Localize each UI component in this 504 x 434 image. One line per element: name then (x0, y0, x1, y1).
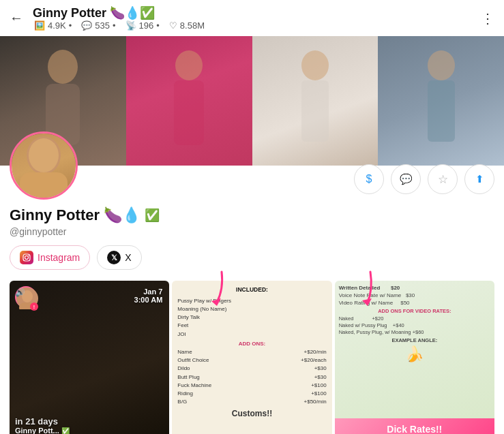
days-text: in 21 days (15, 416, 164, 427)
date-text: Jan 7 (143, 288, 162, 296)
comments-icon: 💬 (81, 20, 92, 31)
message-icon: 💬 (400, 173, 413, 185)
post-bottom: in 21 days Ginny Pott... ✅ (15, 416, 164, 434)
following-icon: 📡 (125, 20, 136, 31)
post-3-content: Written Detailed $20 Voice Note Rate w/ … (335, 281, 494, 434)
cta-text: Dick Rates!! (387, 424, 442, 434)
title-emojis: 🍆💧✅ (110, 5, 155, 20)
post-date: Jan 7 3:00 AM (134, 288, 163, 304)
addon-name: Name+$20/min (177, 348, 326, 356)
svg-point-9 (29, 138, 59, 172)
likes-count: 8.58M (180, 20, 205, 31)
item-moaning: Moaning (No Name) (177, 305, 326, 313)
share-icon: ⬆ (475, 173, 484, 185)
title-text: Ginny Potter (33, 6, 106, 20)
photos-icon: 🖼️ (34, 20, 45, 31)
handle-text: @ginnypotter (10, 226, 66, 237)
svg-point-13 (28, 255, 29, 256)
verified-badge: ✅ (145, 208, 160, 223)
photos-stat: 🖼️ 4.9K • (34, 20, 72, 31)
svg-point-0 (48, 50, 78, 84)
dick-rates-cta: Dick Rates!! (335, 418, 494, 434)
item-dirty: Dirty Talk (177, 313, 326, 321)
rate-video: Video Rating w/ Name $50 (339, 300, 490, 306)
addon-outfit: Outfit Choice+$20/each (177, 356, 326, 364)
dot-sep: • (69, 20, 72, 31)
stats-row: 🖼️ 4.9K • 💬 535 • 📡 196 • ♡ 8.58M (34, 20, 474, 31)
time-text: 3:00 AM (134, 296, 163, 304)
example-angle-title: EXAMPLE ANGLE: (339, 337, 490, 343)
x-link[interactable]: 𝕏 X (97, 245, 141, 270)
instagram-label: Instagram (38, 252, 80, 263)
dot-sep2: • (113, 20, 116, 31)
following-stat: 📡 196 • (125, 20, 160, 31)
comments-count: 535 (95, 20, 110, 31)
svg-rect-10 (20, 172, 68, 200)
instagram-icon (20, 251, 33, 264)
post2-heading: INCLUDED: (177, 286, 326, 294)
page-title: Ginny Potter 🍆💧✅ (33, 5, 474, 20)
name-text: Ginny Potter (10, 206, 100, 224)
addon-riding: Riding+$100 (177, 390, 326, 397)
top-bar: ← Ginny Potter 🍆💧✅ 🖼️ 4.9K • 💬 535 • 📡 1… (0, 0, 504, 36)
item-joi: JOI (177, 330, 326, 338)
back-button[interactable]: ← (10, 10, 23, 26)
audio-icon: 🔊 (15, 288, 25, 297)
likes-icon: ♡ (169, 20, 177, 31)
avatar (10, 131, 78, 200)
action-buttons: $ 💬 ☆ ⬆ (354, 164, 494, 194)
post-2[interactable]: INCLUDED: Pussy Play w/ Fingers Moaning … (172, 281, 331, 434)
profile-name: Ginny Potter 🍆💧 ✅ (10, 206, 494, 224)
addons-video-title: ADD ONS FOR VIDEO RATES: (339, 308, 490, 314)
addon-bg: B/G+$50/min (177, 398, 326, 405)
social-links: Instagram 𝕏 X (10, 245, 494, 270)
more-options-button[interactable]: ⋮ (481, 10, 494, 27)
rates-header: Written Detailed $20 (339, 285, 490, 291)
favorite-button[interactable]: ☆ (428, 164, 458, 194)
tip-icon: $ (366, 173, 372, 185)
banana-emoji: 🍌 (339, 345, 490, 363)
svg-point-12 (25, 256, 29, 260)
rate-voice: Voice Note Rate w/ Name $30 (339, 292, 490, 298)
comments-stat: 💬 535 • (81, 20, 115, 31)
post-3[interactable]: Written Detailed $20 Voice Note Rate w/ … (335, 281, 494, 434)
customs-cta: Customs!! (177, 408, 326, 420)
addon-machine: Fuck Machine+$100 (177, 382, 326, 389)
dot-sep3: • (156, 20, 160, 31)
message-button[interactable]: 💬 (391, 164, 421, 194)
post-1[interactable]: ! Jan 7 3:00 AM 🔊 in 21 days Ginny Pott.… (10, 281, 169, 434)
profile-section: $ 💬 ☆ ⬆ Ginny Potter 🍆💧 ✅ @ginnypotter (0, 131, 504, 270)
item-feet: Feet (177, 322, 326, 329)
instagram-link[interactable]: Instagram (10, 245, 90, 270)
tip-button[interactable]: $ (354, 164, 384, 194)
addon-butt: Butt Plug+$30 (177, 373, 326, 381)
likes-stat: ♡ 8.58M (169, 20, 205, 31)
name-emojis: 🍆💧 (104, 206, 140, 224)
addon-dildo: Dildo+$30 (177, 365, 326, 372)
post-name: Ginny Pott... (15, 427, 59, 434)
addons-title: ADD ONS: (177, 340, 326, 347)
addon-naked-plug: Naked w/ Pussy Plug +$40 (339, 322, 490, 328)
avatar-row: $ 💬 ☆ ⬆ (10, 131, 494, 200)
addon-naked-full: Naked, Pussy Plug, w/ Moaning +$60 (339, 329, 490, 335)
share-button[interactable]: ⬆ (464, 164, 494, 194)
x-label: X (125, 252, 131, 263)
svg-point-4 (301, 50, 329, 80)
following-count: 196 (139, 20, 154, 31)
x-icon: 𝕏 (107, 251, 121, 264)
addon-naked: Naked +$20 (339, 315, 490, 322)
posts-area: ! Jan 7 3:00 AM 🔊 in 21 days Ginny Pott.… (0, 281, 504, 434)
svg-point-6 (428, 50, 455, 80)
posts-grid: ! Jan 7 3:00 AM 🔊 in 21 days Ginny Pott.… (10, 281, 494, 434)
star-icon: ☆ (438, 172, 448, 187)
profile-handle: @ginnypotter (10, 226, 494, 237)
post-2-content: INCLUDED: Pussy Play w/ Fingers Moaning … (172, 281, 331, 434)
svg-point-2 (175, 50, 203, 80)
notification-badge: ! (30, 303, 38, 311)
photos-count: 4.9K (48, 20, 66, 31)
post-verified-icon: ✅ (61, 427, 70, 434)
item-fingers: Pussy Play w/ Fingers (177, 297, 326, 305)
